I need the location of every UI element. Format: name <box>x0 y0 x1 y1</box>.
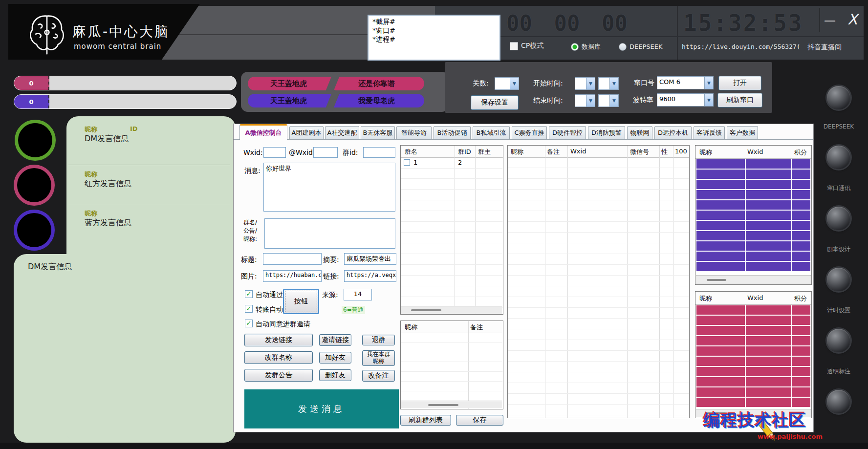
edit-remark-button[interactable]: 改备注 <box>362 370 395 382</box>
blue-avatar[interactable] <box>14 210 55 251</box>
table-empty-row <box>508 276 689 286</box>
pill-button[interactable]: 还是你靠谱 <box>358 79 395 88</box>
tab-智能导游[interactable]: 智能导游 <box>396 126 432 139</box>
open-port-button[interactable]: 打开 <box>718 76 761 90</box>
pill-row-red[interactable]: 天王盖地虎 还是你靠谱 <box>248 77 424 90</box>
table-empty-row <box>401 382 503 391</box>
tab-客诉反馈[interactable]: 客诉反馈 <box>694 126 725 139</box>
dm-avatar[interactable] <box>15 120 56 161</box>
end-minute-select[interactable]: ▼ <box>598 94 619 107</box>
group-name-textarea[interactable] <box>264 218 395 249</box>
table-empty-row <box>401 276 503 286</box>
com-port-select[interactable]: COM 6▼ <box>657 76 714 89</box>
message-textarea[interactable]: 你好世界 <box>263 163 395 212</box>
deepseek-radio[interactable] <box>619 43 627 51</box>
auto-accept-checkbox[interactable]: ✓ <box>245 290 253 298</box>
nick-note-header: 昵称 备注 <box>401 321 503 333</box>
close-button[interactable]: X <box>847 11 858 28</box>
red-avatar[interactable] <box>14 165 55 206</box>
at-wxid-input[interactable] <box>313 147 338 158</box>
minimize-button[interactable]: — <box>824 14 836 27</box>
save-settings-button[interactable]: 保存设置 <box>471 95 519 110</box>
tab-A微信控制台[interactable]: A微信控制台 <box>239 124 287 140</box>
summary-input[interactable]: 麻瓜聚场荣誉出 <box>344 253 396 265</box>
add-friend-button[interactable]: 加好友 <box>319 352 351 363</box>
cp-mode-checkbox[interactable] <box>510 42 518 50</box>
leave-group-button[interactable]: 退群 <box>362 335 395 345</box>
app-subtitle: mowom central brain <box>74 42 161 51</box>
group-announce-button[interactable]: 发群公告 <box>244 369 313 382</box>
refresh-port-button[interactable]: 刷新窜口 <box>717 93 762 107</box>
col-header: 备注 <box>470 323 483 332</box>
group-id-input[interactable] <box>363 147 395 158</box>
col-header: 昵称 <box>405 323 417 332</box>
tab-物联网[interactable]: 物联网 <box>627 126 652 139</box>
side-knob-2[interactable] <box>827 146 850 169</box>
tab-C票务直推[interactable]: C票务直推 <box>512 126 547 139</box>
clock-display: 15:32:53 <box>683 10 813 36</box>
tab-B活动促销[interactable]: B活动促销 <box>434 126 471 139</box>
level-select[interactable]: ▼ <box>495 77 519 90</box>
side-knob-5[interactable] <box>827 329 850 352</box>
tab-D远控本机[interactable]: D远控本机 <box>654 126 692 139</box>
pill-row-purple[interactable]: 天王盖地虎 我爱母老虎 <box>248 94 424 107</box>
col-divider <box>791 159 792 272</box>
scrollbar-thumb[interactable] <box>428 404 458 406</box>
pill-button[interactable]: 天王盖地虎 <box>270 96 307 106</box>
chevron-down-icon: ▼ <box>609 78 618 89</box>
my-group-nick-button[interactable]: 我在本群 昵称 <box>362 350 395 366</box>
end-hour-select[interactable]: ▼ <box>575 94 595 107</box>
h-scrollbar[interactable] <box>401 401 502 408</box>
send-link-button[interactable]: 发送链接 <box>244 334 313 346</box>
delete-friend-button[interactable]: 删好友 <box>319 369 351 381</box>
pill-button[interactable]: 我爱母老虎 <box>358 96 395 106</box>
score-row <box>696 190 810 199</box>
refresh-groups-button[interactable]: 刷新群列表 <box>400 415 451 426</box>
live-url-field[interactable]: https://live.douyin.com/556327( <box>682 43 801 50</box>
source-input[interactable]: 14 <box>344 289 372 300</box>
auto-join-checkbox[interactable]: ✓ <box>245 320 253 327</box>
tab-D硬件智控[interactable]: D硬件智控 <box>549 126 586 139</box>
speech-panel <box>66 116 236 443</box>
auto-transfer-checkbox[interactable]: ✓ <box>245 305 253 313</box>
notes-input[interactable]: *截屏# *窗口# *进程# <box>368 15 500 61</box>
main-panel: A微信控制台A团建剧本A社交速配B无休客服智能导游B活动促销B私域引流C票务直推… <box>233 124 814 432</box>
wxid-input[interactable] <box>263 147 286 158</box>
title-input[interactable] <box>263 253 322 265</box>
overlay-button[interactable]: 按钮 <box>283 289 319 314</box>
link-input[interactable]: https://a.veqx <box>344 270 396 282</box>
h-scrollbar[interactable] <box>401 306 502 314</box>
tab-D消防预警[interactable]: D消防预警 <box>588 126 625 139</box>
tab-A团建剧本[interactable]: A团建剧本 <box>289 126 324 139</box>
nick-note-table[interactable]: 昵称 备注 <box>400 321 503 409</box>
save-button[interactable]: 保存 <box>456 415 503 426</box>
start-minute-select[interactable]: ▼ <box>598 77 619 90</box>
database-radio[interactable] <box>571 43 579 51</box>
tab-B无休客服[interactable]: B无休客服 <box>361 126 395 139</box>
score-table-top[interactable]: 昵称 Wxid 积分 <box>695 145 812 285</box>
scrollbar-thumb[interactable] <box>411 309 441 311</box>
scrollbar-thumb[interactable] <box>707 279 726 281</box>
send-message-button[interactable]: 发送消息 <box>244 389 399 428</box>
table-row[interactable]: 1 2 <box>401 157 503 169</box>
tab-客户数据[interactable]: 客户数据 <box>727 126 758 139</box>
score-table-bottom[interactable]: 昵称 Wxid 积分 <box>695 291 812 418</box>
rename-group-button[interactable]: 改群名称 <box>244 351 313 364</box>
side-knob-3[interactable] <box>827 207 850 230</box>
tab-B私域引流[interactable]: B私域引流 <box>473 126 510 139</box>
pill-button[interactable]: 天王盖地虎 <box>270 79 307 88</box>
nick-note-body <box>401 333 503 401</box>
score-row <box>696 231 810 240</box>
h-scrollbar[interactable] <box>696 275 811 284</box>
table-empty-row <box>508 265 689 276</box>
side-knob-1[interactable] <box>827 86 850 109</box>
member-table[interactable]: 昵称 备注 Wxid 微信号 性 100 <box>507 145 690 418</box>
start-hour-select[interactable]: ▼ <box>575 77 595 90</box>
tab-A社交速配[interactable]: A社交速配 <box>325 126 359 139</box>
side-knob-4[interactable] <box>827 268 850 291</box>
group-table[interactable]: 群名 群ID 群主 1 2 <box>400 145 503 315</box>
invite-link-button[interactable]: 邀请链接 <box>319 334 351 346</box>
image-input[interactable]: https://huaban.c <box>263 270 322 282</box>
row-checkbox[interactable] <box>404 159 410 166</box>
baud-rate-select[interactable]: 9600▼ <box>657 93 714 107</box>
